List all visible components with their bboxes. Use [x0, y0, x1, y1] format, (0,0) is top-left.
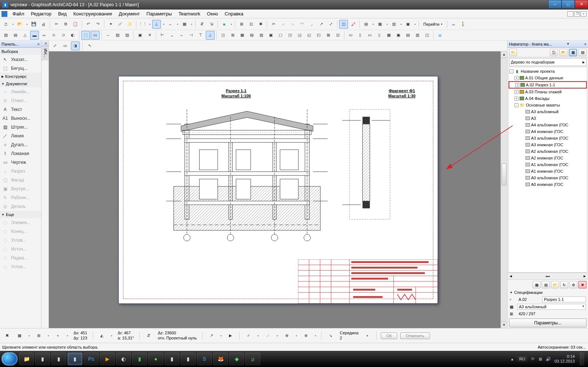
task-explorer[interactable]: 📁	[19, 353, 34, 365]
guide-2[interactable]: ▶	[226, 331, 235, 341]
tree-master-2[interactable]: А4 альбомная (ГОС	[509, 122, 587, 128]
coord-polar-button[interactable]: ◭	[97, 331, 107, 341]
nav-settings[interactable]: ⚙	[569, 281, 577, 288]
info-tab[interactable]: ИН...	[42, 46, 49, 60]
syringe-button[interactable]: 💉	[116, 20, 125, 29]
win-9[interactable]: ◲	[295, 31, 304, 40]
menu-file[interactable]: Файл	[10, 10, 27, 17]
copy-button[interactable]: ⧉	[61, 20, 70, 29]
win-6[interactable]: ▣	[266, 31, 275, 40]
win-12[interactable]: ⊠	[324, 31, 333, 40]
tray-clock[interactable]: 0:1403.12.2013	[555, 354, 575, 364]
highlighter-button[interactable]: 🖍	[349, 20, 358, 29]
mdi-minimize-button[interactable]: -	[567, 11, 573, 17]
snap-grid-dropdown[interactable]: ▾	[190, 20, 193, 29]
magic-wand-button[interactable]: ✨	[125, 20, 134, 29]
tree-master-4[interactable]: А3 альбомная (ГОС	[509, 135, 587, 141]
nav-publisher-tab[interactable]: ▤	[578, 49, 587, 56]
layout-6[interactable]: ▣	[394, 31, 403, 40]
task-app-9[interactable]: ●	[148, 353, 163, 365]
menu-document[interactable]: Документ	[116, 10, 143, 17]
tree-masters[interactable]: -📁Основные макеты	[509, 102, 587, 108]
tree-master-3[interactable]: А4 книжная (ГОС	[509, 128, 587, 135]
tray-volume-icon[interactable]: 🔊	[546, 357, 551, 361]
layout-9[interactable]: ◫	[423, 31, 431, 40]
group-2-button[interactable]: ⊡	[247, 20, 255, 29]
navigator-hscroll[interactable]: ◄▪▪▪►	[508, 273, 588, 279]
snap-guides-button[interactable]: ⌐	[166, 20, 175, 29]
win-5[interactable]: ▥	[257, 31, 266, 40]
edit-6[interactable]: ⊂	[49, 31, 58, 40]
window-close-button[interactable]: ✕	[575, 0, 588, 8]
snap-grid-button[interactable]: ▦	[180, 20, 189, 29]
task-app-3[interactable]: ▮	[51, 353, 66, 365]
view-3d[interactable]: ▭	[91, 31, 100, 40]
constr-1-dropdown[interactable]: ▾	[256, 331, 260, 340]
level-button[interactable]: ⇵	[197, 20, 206, 29]
constr-4-dropdown[interactable]: ▾	[313, 331, 317, 340]
goto-button[interactable]: Перейти▾	[421, 20, 445, 29]
task-utorrent[interactable]: µ	[245, 353, 260, 365]
tree-root[interactable]: -▮Название проекта	[509, 68, 587, 75]
layout-7[interactable]: ▤	[404, 31, 412, 40]
model-view-button[interactable]: ▦	[376, 20, 384, 29]
print-button[interactable]: 🖨	[39, 20, 48, 29]
tool-item-6[interactable]: ○Дуга/о...	[0, 140, 41, 149]
tree-master-6[interactable]: А2 альбомная (ГОС	[509, 148, 587, 155]
layers-button[interactable]: ▤	[362, 20, 370, 29]
render-button[interactable]: ■	[220, 20, 229, 29]
selection-group[interactable]: Выборка	[0, 48, 41, 55]
win-1[interactable]: ◫	[219, 31, 227, 40]
ungroup-button[interactable]: ✖	[256, 20, 265, 29]
redo-button[interactable]: ↷	[93, 20, 102, 29]
zoom-to-button[interactable]: ▭	[61, 42, 69, 50]
nav-project-tab[interactable]: 📁	[509, 49, 517, 56]
trim-2-button[interactable]: ⟍	[288, 20, 297, 29]
edit-solid[interactable]: ▧	[123, 31, 132, 40]
mdi-close-button[interactable]: ×	[581, 11, 587, 17]
offset-button[interactable]: ↘	[326, 331, 335, 341]
new-dropdown[interactable]: ▾	[11, 20, 15, 29]
edit-2[interactable]: ▤	[11, 31, 20, 40]
coord-grid-button[interactable]: ▦	[15, 331, 24, 341]
document-group[interactable]: ▼Документиг	[0, 80, 41, 87]
ok-button[interactable]: ОК	[381, 332, 397, 339]
task-skype[interactable]: S	[197, 353, 212, 365]
pen-set-dropdown[interactable]: ▾	[399, 20, 403, 29]
tree-master-9[interactable]: А1 книжная (ГОС	[509, 168, 587, 174]
view-window[interactable]: ◘	[435, 31, 444, 40]
tray-network-icon[interactable]: ⊞	[539, 357, 542, 361]
parameters-button[interactable]: Параметры...	[509, 319, 587, 327]
tool-item-2[interactable]: AТекст	[0, 105, 41, 114]
tray-flag-icon[interactable]: 🏳	[531, 357, 535, 361]
save-button[interactable]: 💾	[29, 20, 38, 29]
zoom-pan-button[interactable]: ◑	[71, 42, 80, 50]
tree-master-8[interactable]: А1 альбомная (ГОС	[509, 161, 587, 168]
tree-layout-1[interactable]: +А.02 Разрез 1-1	[509, 81, 587, 89]
edit-5[interactable]: ═	[40, 31, 49, 40]
cancel-button[interactable]: Отменить	[400, 332, 430, 339]
pen-set-button[interactable]: ▥	[390, 20, 398, 29]
menu-window[interactable]: Окно	[204, 10, 221, 17]
spec-header[interactable]: ▼Спецификации	[509, 289, 587, 296]
layout-canvas[interactable]: Разрез 1-1Масштаб 1:100 Фрагмент Ф1Масшт…	[49, 51, 507, 328]
win-4[interactable]: ▤	[247, 31, 256, 40]
task-app-14[interactable]: ◆	[229, 353, 244, 365]
edit-7[interactable]: ⊃	[59, 31, 68, 40]
align-5[interactable]: ⊤	[196, 31, 205, 40]
constr-2-dropdown[interactable]: ▾	[275, 331, 279, 340]
offset-dd[interactable]: ▸	[363, 331, 372, 341]
nav-update[interactable]: ↻	[560, 281, 568, 288]
tool-item-3[interactable]: A1Выносн...	[0, 114, 41, 123]
menu-design[interactable]: Конструирование	[70, 10, 115, 17]
navigator-tree[interactable]: -▮Название проекта +А.01 Общие данные+А.…	[508, 67, 587, 273]
tree-master-1[interactable]: А3	[509, 115, 587, 122]
tool-item-8[interactable]: ▭Чертеж	[0, 158, 41, 167]
level-dim-button[interactable]: ⇲	[207, 20, 216, 29]
window-minimize-button[interactable]: ─	[548, 0, 562, 8]
more-group[interactable]: ▼Еще	[0, 211, 41, 218]
tool-item-5[interactable]: ／Линия	[0, 132, 41, 140]
layout-4[interactable]: ▯	[375, 31, 384, 40]
vertical-scrollbar[interactable]: ▲ ▼	[501, 51, 507, 328]
coord-snap-dropdown[interactable]: ▾	[46, 331, 50, 340]
